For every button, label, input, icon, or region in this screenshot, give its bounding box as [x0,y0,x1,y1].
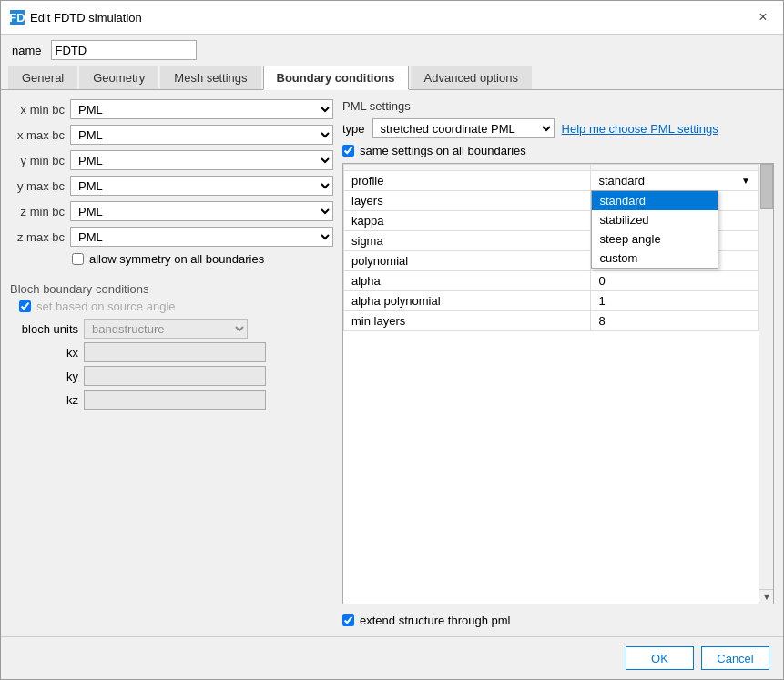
name-row: name [1,35,783,66]
close-button[interactable]: × [752,6,774,28]
xmin-bc-select[interactable]: PMLPECPMCBloch [70,99,333,119]
xmax-bc-select[interactable]: PMLPECPMCBloch [70,125,333,145]
zmax-bc-select[interactable]: PMLPECPMCBloch [70,227,333,247]
bloch-section: Bloch boundary conditions set based on s… [10,275,333,410]
ky-input[interactable] [84,366,266,386]
param-min-layers: min layers [344,311,591,331]
bloch-units-select[interactable]: bandstructureSInormalized [84,319,248,339]
same-settings-label: same settings on all boundaries [360,144,526,157]
profile-value: standard [598,174,645,188]
kx-row: kx [10,342,333,362]
xmin-bc-label: x min bc [10,103,65,117]
same-settings-checkbox[interactable] [342,145,354,157]
ymin-bc-select[interactable]: PMLPECPMCBloch [70,150,333,170]
extend-row: extend structure through pml [342,614,774,627]
kx-label: kx [10,346,78,360]
value-min-layers: 8 [591,311,759,331]
zmin-bc-label: z min bc [10,205,65,218]
bloch-units-row: bloch units bandstructureSInormalized [10,319,333,339]
pml-type-row: type stretched coordinate PML standard P… [342,118,774,138]
allow-symmetry-row: allow symmetry on all boundaries [10,252,333,266]
ymin-bc-label: y min bc [10,154,65,167]
pml-table: profile standard ▼ standard [343,164,759,331]
scrollbar-down-arrow[interactable]: ▼ [759,589,774,604]
xmax-bc-label: x max bc [10,128,65,142]
tab-mesh-settings[interactable]: Mesh settings [160,66,260,89]
allow-symmetry-checkbox[interactable] [72,253,84,265]
zmin-bc-select[interactable]: PMLPECPMCBloch [70,201,333,221]
profile-dropdown-menu: standard stabilized steep angle custom [591,190,718,269]
value-profile: standard ▼ standard stabilized steep ang… [591,171,759,191]
name-label: name [12,44,42,57]
dropdown-option-standard[interactable]: standard [592,191,718,210]
titlebar: FD Edit FDTD simulation × [1,1,783,35]
pml-same-settings-row: same settings on all boundaries [342,144,774,157]
ymax-bc-label: y max bc [10,179,65,193]
tab-boundary-conditions[interactable]: Boundary conditions [263,66,409,90]
table-row-min-layers: min layers 8 [344,311,759,331]
param-polynomial: polynomial [344,251,591,271]
content: x min bc PMLPECPMCBloch x max bc PMLPECP… [1,90,783,636]
col-header-param [344,165,591,171]
bc-row-ymin: y min bc PMLPECPMCBloch [10,150,333,170]
tab-advanced-options[interactable]: Advanced options [411,66,532,89]
pml-type-select[interactable]: stretched coordinate PML standard PML un… [372,118,555,138]
pml-type-label: type [342,122,365,136]
kx-input[interactable] [84,342,266,362]
name-input[interactable] [51,40,197,60]
tabs: General Geometry Mesh settings Boundary … [1,66,783,90]
tab-geometry[interactable]: Geometry [79,66,158,89]
dropdown-option-stabilized[interactable]: stabilized [592,210,718,229]
ok-button[interactable]: OK [626,646,694,670]
tab-general[interactable]: General [8,66,77,89]
help-link[interactable]: Help me choose PML settings [562,122,718,136]
kz-input[interactable] [84,390,266,410]
extend-label: extend structure through pml [360,614,510,627]
bloch-units-label: bloch units [10,322,78,336]
pml-title: PML settings [342,99,774,113]
cancel-button[interactable]: Cancel [701,646,769,670]
ky-label: ky [10,370,78,383]
table-row-profile: profile standard ▼ standard [344,171,759,191]
param-layers: layers [344,191,591,211]
ky-row: ky [10,366,333,386]
dialog: FD Edit FDTD simulation × name General G… [0,0,784,680]
ymax-bc-select[interactable]: PMLPECPMCBloch [70,176,333,196]
col-header-value [591,165,759,171]
bc-row-zmin: z min bc PMLPECPMCBloch [10,201,333,221]
dropdown-option-steep-angle[interactable]: steep angle [592,229,718,249]
zmax-bc-label: z max bc [10,230,65,244]
scrollbar-thumb[interactable] [760,164,773,209]
param-alpha: alpha [344,271,591,291]
right-panel: PML settings type stretched coordinate P… [342,99,774,627]
value-alpha-polynomial: 1 [591,291,759,311]
bc-row-xmin: x min bc PMLPECPMCBloch [10,99,333,119]
profile-dropdown-arrow: ▼ [741,176,750,186]
bc-row-zmax: z max bc PMLPECPMCBloch [10,227,333,247]
param-kappa: kappa [344,211,591,231]
param-alpha-polynomial: alpha polynomial [344,291,591,311]
bc-row-ymax: y max bc PMLPECPMCBloch [10,176,333,196]
titlebar-left: FD Edit FDTD simulation [10,10,142,25]
pml-table-container: profile standard ▼ standard [342,163,774,604]
scrollbar-track[interactable]: ▼ [759,164,773,604]
dialog-title: Edit FDTD simulation [30,11,142,25]
value-alpha: 0 [591,271,759,291]
left-panel: x min bc PMLPECPMCBloch x max bc PMLPECP… [10,99,333,627]
allow-symmetry-label: allow symmetry on all boundaries [89,252,264,266]
table-row-alpha: alpha 0 [344,271,759,291]
bloch-checkbox-row: set based on source angle [10,299,333,313]
profile-dropdown-trigger[interactable]: standard ▼ [591,171,758,190]
table-row-alpha-polynomial: alpha polynomial 1 [344,291,759,311]
bc-row-xmax: x max bc PMLPECPMCBloch [10,125,333,145]
bloch-source-checkbox[interactable] [19,300,31,312]
dropdown-option-custom[interactable]: custom [592,249,718,268]
app-icon: FD [10,10,25,25]
bottom-bar: OK Cancel [1,636,783,679]
bloch-section-title: Bloch boundary conditions [10,282,333,296]
kz-label: kz [10,393,78,407]
bloch-source-label: set based on source angle [36,299,176,313]
param-sigma: sigma [344,231,591,251]
extend-checkbox[interactable] [342,614,354,626]
param-profile: profile [344,171,591,191]
